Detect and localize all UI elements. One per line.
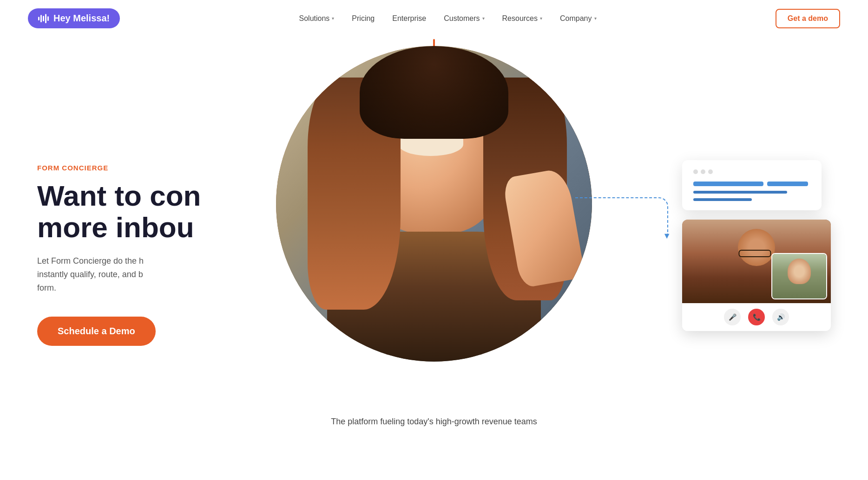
hero-headline: Want to con more inbou [37,180,201,243]
chevron-down-icon-company: ▾ [594,16,597,21]
circle-inner [276,46,592,362]
dashed-arrow-decoration: ▼ [575,197,668,234]
wave-icon [38,14,49,23]
nav-item-company[interactable]: Company ▾ [560,14,596,23]
hero-footer-text: The platform fueling today's high-growth… [331,417,537,427]
video-face [738,229,775,266]
hero-subtext: Let Form Concierge do the h instantly qu… [37,254,201,294]
form-field-blue2 [767,182,808,186]
nav-item-customers[interactable]: Customers ▾ [444,14,484,23]
ui-widget-area: ▼ [682,160,831,331]
glasses [739,250,771,257]
nav-label-solutions: Solutions [299,14,330,23]
phone-icon: 📞 [753,313,761,321]
chevron-down-icon-customers: ▾ [482,16,485,21]
chevron-down-icon-resources: ▾ [540,16,542,21]
hero-section: FORM CONCIERGE Want to con more inbou Le… [0,37,868,454]
video-call-card: 🎤 📞 🔊 [682,220,831,331]
nav-label-resources: Resources [502,14,538,23]
form-field-row-2 [693,191,810,194]
wave-bar-4 [45,14,46,23]
get-demo-button[interactable]: Get a demo [776,9,840,28]
video-overlay-inner [772,254,826,298]
hangup-button[interactable]: 📞 [748,309,765,325]
mic-icon: 🎤 [729,313,736,321]
logo-button[interactable]: Hey Melissa! [28,8,120,28]
nav-label-enterprise: Enterprise [392,14,426,23]
hero-tag: FORM CONCIERGE [37,164,201,172]
dot-3 [708,169,713,174]
speaker-icon: 🔊 [777,313,785,321]
nav-label-customers: Customers [444,14,480,23]
nav-item-solutions[interactable]: Solutions ▾ [299,14,335,23]
hero-left-content: FORM CONCIERGE Want to con more inbou Le… [37,145,201,346]
dashed-line: ▼ [575,197,668,234]
nav-item-enterprise[interactable]: Enterprise [392,14,426,23]
footer-tagline: The platform fueling today's high-growth… [331,417,537,426]
nav-item-resources[interactable]: Resources ▾ [502,14,542,23]
mute-button[interactable]: 🎤 [724,309,741,325]
dot-1 [693,169,698,174]
form-preview-card [682,160,822,210]
navbar: Hey Melissa! Solutions ▾ Pricing Enterpr… [0,0,868,37]
wave-bar-2 [40,15,42,22]
form-field-blue1 [693,182,763,186]
card-dots [693,169,810,174]
nav-label-company: Company [560,14,592,23]
wave-bar-3 [43,16,44,21]
form-field-row-3 [693,198,810,201]
headline-line1: Want to con [37,180,201,212]
logo-text: Hey Melissa! [53,13,110,24]
video-controls: 🎤 📞 🔊 [682,303,831,331]
wave-bar-5 [47,16,49,21]
nav-item-pricing[interactable]: Pricing [352,14,375,23]
hero-circle-image [276,46,592,362]
overlay-face [788,259,811,284]
arrow-down-icon: ▼ [663,231,671,241]
wave-bar-1 [38,17,39,20]
chevron-down-icon: ▾ [332,16,334,21]
speaker-button[interactable]: 🔊 [772,309,789,325]
video-main [682,220,831,303]
form-field-gray1 [693,191,787,194]
form-field-row-1 [693,182,810,186]
dot-2 [701,169,705,174]
schedule-demo-button[interactable]: Schedule a Demo [37,317,156,346]
headline-line2: more inbou [37,212,201,243]
nav-links: Solutions ▾ Pricing Enterprise Customers… [299,14,597,23]
hair-top [360,46,508,139]
video-overlay [771,253,827,299]
nav-label-pricing: Pricing [352,14,375,23]
form-field-gray2 [693,198,752,201]
